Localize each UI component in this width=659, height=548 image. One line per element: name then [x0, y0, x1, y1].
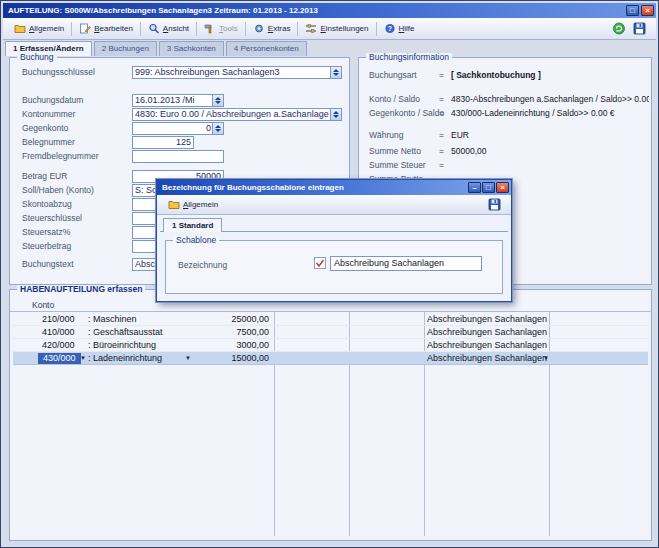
field-row: Belegnummer 125	[10, 136, 349, 149]
field-label: Soll/Haben (Konto)	[22, 185, 94, 195]
refresh-icon[interactable]	[612, 22, 626, 35]
save-icon[interactable]	[488, 198, 501, 211]
tab-personenkonten[interactable]: 4 Personenkonten	[226, 41, 307, 56]
gear-icon	[253, 23, 265, 34]
toolbar-separator	[140, 22, 141, 36]
field-row: Fremdbelegnummer	[10, 150, 349, 163]
buchung-group-title: Buchung	[17, 53, 57, 62]
toolbar-separator	[376, 22, 377, 36]
field-label: Gegenkonto	[22, 123, 68, 133]
field-label: Skontoabzug	[22, 199, 72, 209]
konto-saldo-value: 4830-Abschreibungen a.Sachanlagen / Sald…	[451, 94, 649, 104]
dialog-title-bar[interactable]: Bezeichnung für Buchungsschablone eintra…	[157, 180, 511, 195]
info-group-title: Buchungsinformation	[366, 53, 452, 62]
field-label: Steuersatz%	[22, 227, 70, 237]
schablone-group: Schablone Bezeichnung Abschreibung Sacha…	[165, 240, 503, 294]
spinner-icon[interactable]	[212, 123, 223, 134]
gegenkonto-combo[interactable]: 0	[132, 122, 224, 135]
dropdown-icon[interactable]: ▼	[80, 352, 86, 365]
menu-allgemein[interactable]: Allgemein	[9, 21, 69, 36]
field-row: Kontonummer 4830: Euro 0.00 / Abschreibu…	[10, 108, 349, 121]
help-icon: ?	[384, 23, 396, 34]
buchungsschluessel-combo[interactable]: 999: Abschreibungen Sachanlagen3	[132, 66, 342, 79]
habenaufteilung-title: HABENAUFTEILUNG erfassen	[17, 285, 145, 294]
maximize-icon: □	[486, 183, 491, 192]
field-row: Gegenkonto 0	[10, 122, 349, 135]
kontonummer-combo[interactable]: 4830: Euro 0.00 / Abschreibungen a.Sacha…	[132, 108, 342, 121]
check-button-icon[interactable]	[314, 257, 326, 269]
info-row: Konto / Saldo=4830-Abschreibungen a.Sach…	[359, 94, 651, 106]
dropdown-icon[interactable]: ▼	[543, 352, 549, 365]
table-row[interactable]: 210/000 : Maschinen 25000,00 Abschreibun…	[13, 313, 648, 326]
main-tabs: 1 Erfassen/Ändern 2 Buchungen 3 Sachkont…	[5, 41, 654, 56]
spinner-icon[interactable]	[330, 109, 341, 120]
menu-einstellungen[interactable]: Einstellungen	[300, 21, 373, 36]
table-row[interactable]: 420/000 : Büroeinrichtung 3000,00 Abschr…	[13, 339, 648, 352]
field-label: Buchungsdatum	[22, 95, 83, 105]
tab-sachkonten[interactable]: 3 Sachkonten	[159, 41, 224, 56]
menu-tools[interactable]: Tools	[199, 21, 243, 36]
field-label: Fremdbelegnummer	[22, 151, 99, 161]
folder-icon	[14, 23, 26, 34]
field-label: Buchungsschlüssel	[22, 67, 95, 77]
magnifier-icon	[148, 23, 160, 34]
bezeichnung-label: Bezeichnung	[178, 260, 227, 270]
belegnummer-input[interactable]: 125	[132, 136, 194, 149]
info-row: Währung=EUR	[359, 130, 651, 142]
fremdbelegnummer-input[interactable]	[132, 150, 224, 163]
toolbar-separator	[297, 22, 298, 36]
tools-icon	[204, 23, 216, 34]
table-row-selected[interactable]: 430/000 ▼ : Ladeneinrichtung ▼ 15000,00 …	[13, 352, 648, 365]
restore-icon: □	[630, 6, 635, 15]
field-label: Steuerbetrag	[22, 241, 71, 251]
menu-extras[interactable]: Extras	[248, 21, 296, 36]
field-label: Belegnummer	[22, 137, 75, 147]
info-row: Gegenkonto / Saldo=430/000-Ladeneinricht…	[359, 108, 651, 120]
field-label: Buchungstext	[22, 259, 74, 269]
info-row: Summe Netto=50000,00	[359, 146, 651, 158]
spinner-icon[interactable]	[212, 95, 223, 106]
window-title: AUFTEILUNG: S000W/Abschreibungen Sachanl…	[8, 6, 318, 15]
dialog-minimize-button[interactable]: –	[468, 182, 481, 193]
toolbar-separator	[71, 22, 72, 36]
field-label: Steuerschlüssel	[22, 213, 82, 223]
dialog-toolbar: Allgemein	[157, 195, 511, 215]
spinner-icon[interactable]	[330, 67, 341, 78]
save-icon[interactable]	[633, 22, 646, 35]
restore-button[interactable]: □	[626, 5, 639, 16]
toolbar-separator	[245, 22, 246, 36]
info-row: Buchungsart=[ Sachkontobuchung ]	[359, 70, 651, 82]
menu-bearbeiten[interactable]: Bearbeiten	[74, 21, 138, 36]
field-row: Buchungsschlüssel 999: Abschreibungen Sa…	[10, 66, 349, 79]
tab-buchungen[interactable]: 2 Buchungen	[94, 41, 157, 56]
dialog-tab-standard[interactable]: 1 Standard	[163, 218, 222, 232]
info-row: Summe Steuer=	[359, 160, 651, 172]
close-icon: ×	[500, 183, 505, 192]
bezeichnung-input[interactable]: Abschreibung Sachanlagen	[330, 256, 482, 271]
table-row[interactable]: 410/000 : Geschäftsausstat 7500,00 Absch…	[13, 326, 648, 339]
svg-text:?: ?	[387, 25, 391, 32]
main-toolbar: Allgemein Bearbeiten Ansicht Tools Extra…	[3, 18, 656, 40]
habenaufteilung-group: HABENAUFTEILUNG erfassen Konto 210/000 :…	[9, 289, 652, 541]
edit-icon	[79, 23, 91, 34]
folder-icon	[168, 199, 180, 210]
dialog-title: Bezeichnung für Buchungsschablone eintra…	[162, 183, 344, 192]
dialog-menu-allgemein[interactable]: Allgemein	[163, 197, 223, 212]
field-label: Betrag EUR	[22, 171, 67, 181]
menu-ansicht[interactable]: Ansicht	[143, 21, 194, 36]
summe-netto-value: 50000,00	[451, 146, 649, 156]
schablone-group-title: Schablone	[173, 236, 219, 245]
dialog-close-button[interactable]: ×	[496, 182, 509, 193]
close-button[interactable]: ×	[641, 5, 654, 16]
menu-hilfe[interactable]: ? Hilfe	[379, 21, 420, 36]
konto-column-header: Konto	[32, 300, 54, 310]
title-bar[interactable]: AUFTEILUNG: S000W/Abschreibungen Sachanl…	[3, 3, 656, 18]
field-row: Buchungsdatum 16.01.2013 /Mi	[10, 94, 349, 107]
buchungsdatum-spinner[interactable]: 16.01.2013 /Mi	[132, 94, 224, 107]
minimize-icon: –	[472, 183, 476, 192]
dialog-maximize-button[interactable]: □	[482, 182, 495, 193]
toolbar-separator	[196, 22, 197, 36]
schablone-dialog: Bezeichnung für Buchungsschablone eintra…	[156, 179, 512, 302]
field-label: Kontonummer	[22, 109, 75, 119]
gegenkonto-saldo-value: 430/000-Ladeneinrichtung / Saldo>> 0.00 …	[451, 108, 649, 118]
